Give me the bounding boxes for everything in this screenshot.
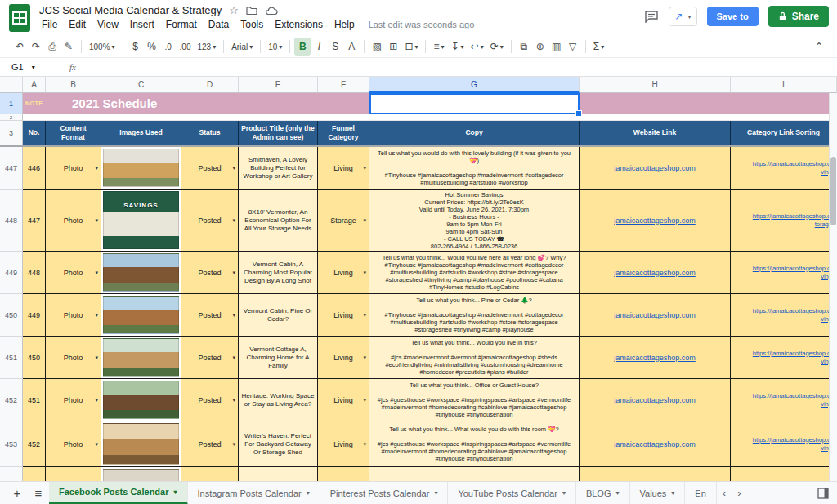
- dropdown-arrow-icon[interactable]: ▾: [363, 441, 366, 448]
- dropdown-arrow-icon[interactable]: ▾: [95, 397, 98, 404]
- chevron-down-icon[interactable]: ▾: [671, 489, 674, 497]
- cell-website-link[interactable]: jamaicacottageshop.com: [580, 190, 731, 252]
- cell-website-link[interactable]: jamaicacottageshop.com: [580, 467, 731, 481]
- header-content-format[interactable]: Content Format: [46, 121, 101, 145]
- cell-status[interactable]: Posted ▾: [181, 467, 239, 481]
- redo-button[interactable]: ↷: [28, 38, 44, 56]
- sheet-tab-6[interactable]: En: [685, 482, 716, 504]
- decrease-decimal-button[interactable]: .0: [160, 38, 177, 56]
- column-header-a[interactable]: A: [23, 77, 46, 93]
- sheet-tab-5[interactable]: Values▾: [630, 482, 686, 504]
- cell-product-title[interactable]: Smithaven, A Lovely Building Perfect for…: [239, 147, 318, 190]
- header-no[interactable]: No.: [23, 121, 46, 145]
- cell-content-format[interactable]: Photo ▾: [46, 467, 101, 481]
- category-link[interactable]: https://jamaicacottageshop.co ving/: [753, 436, 834, 453]
- cell-image[interactable]: [101, 337, 181, 379]
- sheets-logo-icon[interactable]: [9, 4, 30, 35]
- cell-product-title[interactable]: Heritage: Working Space or Stay as Livin…: [239, 379, 318, 421]
- category-link[interactable]: https://jamaicacottageshop.co ving/: [753, 307, 834, 323]
- menu-tools[interactable]: Tools: [235, 18, 269, 31]
- header-funnel-category[interactable]: Funnel Category: [318, 121, 369, 145]
- cell-content-format[interactable]: Photo ▾: [46, 294, 101, 337]
- row-number-2[interactable]: 2: [0, 114, 23, 121]
- sheet-tab-1[interactable]: Instagram Posts Calendar▾: [188, 482, 320, 504]
- share-button[interactable]: Share: [768, 6, 829, 27]
- dropdown-arrow-icon[interactable]: ▾: [232, 165, 235, 172]
- extension-button[interactable]: ↗ ▾: [669, 7, 696, 26]
- dropdown-arrow-icon[interactable]: ▾: [95, 355, 98, 361]
- row-number[interactable]: 448: [0, 190, 23, 252]
- print-button[interactable]: ⎙: [44, 38, 60, 56]
- cell-status[interactable]: Posted ▾: [181, 337, 239, 379]
- insert-comment-button[interactable]: ⊕: [532, 38, 548, 56]
- cell-copy[interactable]: Tell us what you would do with this love…: [369, 147, 580, 190]
- website-link[interactable]: jamaicacottageshop.com: [614, 216, 696, 225]
- cell-website-link[interactable]: jamaicacottageshop.com: [580, 252, 731, 294]
- website-link[interactable]: jamaicacottageshop.com: [614, 164, 696, 172]
- dropdown-arrow-icon[interactable]: ▾: [95, 217, 98, 224]
- column-header-c[interactable]: C: [101, 77, 181, 93]
- category-link[interactable]: https://jamaicacottageshop.co torage/: [753, 212, 834, 229]
- insert-chart-button[interactable]: ▥: [548, 38, 565, 56]
- undo-button[interactable]: ↶: [11, 38, 28, 56]
- cloud-saved-icon[interactable]: [265, 6, 278, 16]
- zoom-select[interactable]: 100%▾: [86, 38, 119, 56]
- cell-image[interactable]: [101, 379, 181, 421]
- column-header-f[interactable]: F: [318, 77, 369, 93]
- row-number[interactable]: 453: [0, 421, 23, 467]
- row-number[interactable]: 454: [0, 467, 23, 481]
- cell-no[interactable]: 450: [23, 337, 46, 379]
- all-sheets-button[interactable]: ≡: [28, 482, 49, 504]
- cell-copy[interactable]: Tell us what you think... Office or Gues…: [369, 379, 580, 421]
- website-link[interactable]: jamaicacottageshop.com: [614, 354, 696, 362]
- row-number-1[interactable]: 1: [0, 93, 23, 114]
- cell-content-format[interactable]: Photo ▾: [46, 421, 101, 467]
- row-number[interactable]: 447: [0, 147, 23, 190]
- text-wrap-button[interactable]: ↩▾: [468, 38, 487, 56]
- cell-funnel-category[interactable]: Living ▾: [318, 252, 369, 294]
- dropdown-arrow-icon[interactable]: ▾: [232, 355, 235, 361]
- header-images-used[interactable]: Images Used: [101, 121, 181, 145]
- cell-category-link[interactable]: https://jamaicacottageshop.co ving/: [731, 467, 837, 481]
- increase-decimal-button[interactable]: .00: [177, 38, 195, 56]
- menu-edit[interactable]: Edit: [63, 18, 92, 31]
- cell-status[interactable]: Posted ▾: [181, 294, 239, 337]
- empty-row-cells[interactable]: [23, 114, 837, 121]
- column-header-e[interactable]: E: [239, 77, 318, 93]
- dropdown-arrow-icon[interactable]: ▾: [232, 217, 235, 224]
- category-link[interactable]: https://jamaicacottageshop.co ving/: [753, 350, 834, 366]
- dropdown-arrow-icon[interactable]: ▾: [363, 355, 366, 361]
- cell-category-link[interactable]: https://jamaicacottageshop.co ving/: [731, 379, 837, 421]
- merge-cells-button[interactable]: ⊟▾: [401, 38, 421, 56]
- website-link[interactable]: jamaicacottageshop.com: [614, 396, 696, 404]
- cell-status[interactable]: Posted ▾: [181, 147, 239, 190]
- cell-h1-i1[interactable]: [580, 93, 837, 114]
- cell-website-link[interactable]: jamaicacottageshop.com: [580, 379, 731, 421]
- menu-extensions[interactable]: Extensions: [269, 18, 329, 31]
- cell-funnel-category[interactable]: Living ▾: [318, 337, 369, 379]
- cell-status[interactable]: Posted ▾: [181, 379, 239, 421]
- header-website-link[interactable]: Website Link: [580, 121, 731, 145]
- more-formats-button[interactable]: 123▾: [195, 38, 220, 56]
- cell-no[interactable]: 448: [23, 252, 46, 294]
- dropdown-arrow-icon[interactable]: ▾: [232, 312, 235, 319]
- add-sheet-button[interactable]: +: [7, 482, 28, 504]
- cell-copy[interactable]: Tell us what you think... What features …: [369, 467, 580, 481]
- cell-copy[interactable]: Tell us what you think... Pine or Cedar …: [369, 294, 580, 337]
- cell-funnel-category[interactable]: Living ▾: [318, 147, 369, 190]
- dropdown-arrow-icon[interactable]: ▾: [232, 397, 235, 404]
- cell-funnel-category[interactable]: Living ▾: [318, 467, 369, 481]
- dropdown-arrow-icon[interactable]: ▾: [95, 165, 98, 172]
- text-rotation-button[interactable]: ⟳▾: [487, 38, 507, 56]
- cell-copy[interactable]: Tell us what you think... What would you…: [369, 421, 580, 467]
- cell-status[interactable]: Posted ▾: [181, 421, 239, 467]
- cell-copy[interactable]: Hot Summer Savings Current Prices: https…: [369, 190, 580, 252]
- cell-product-title[interactable]: Writer's Haven: The Inspirational Cottag…: [239, 467, 318, 481]
- italic-button[interactable]: I: [311, 38, 327, 56]
- insert-link-button[interactable]: ⧉: [516, 38, 532, 56]
- column-header-d[interactable]: D: [181, 77, 239, 93]
- cell-product-title[interactable]: Vermont Cottage A, Charming Home for A F…: [239, 337, 318, 379]
- cell-status[interactable]: Posted ▾: [181, 190, 239, 252]
- star-icon[interactable]: ☆: [229, 5, 239, 16]
- strikethrough-button[interactable]: S: [327, 38, 343, 56]
